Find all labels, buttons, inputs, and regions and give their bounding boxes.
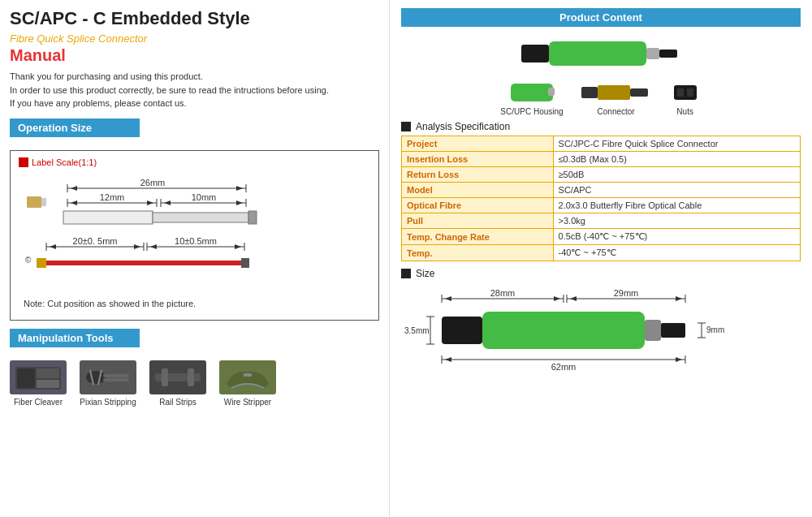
pixian-stripping-icon: [80, 360, 136, 394]
spec-insertion-value: ≤0.3dB (Max 0.5): [553, 152, 800, 167]
black-square-icon: [401, 122, 411, 131]
svg-rect-60: [630, 88, 648, 97]
svg-rect-20: [63, 211, 153, 224]
svg-marker-12: [147, 200, 153, 205]
svg-marker-6: [236, 186, 243, 191]
svg-marker-18: [236, 200, 243, 205]
spec-model-value: SC/APC: [553, 183, 800, 198]
svg-marker-31: [134, 244, 140, 249]
svg-rect-63: [687, 88, 693, 97]
left-panel: SC/APC - C Embedded Style Fibre Quick Sp…: [0, 0, 390, 517]
spec-optical-label: Optical Fibre: [402, 198, 554, 213]
pixian-svg: [84, 362, 132, 393]
intro-text: Thank you for purchasing and using this …: [10, 70, 379, 110]
parts-row: SC/UPC Housing Connector Nuts: [401, 79, 801, 116]
spec-project-label: Project: [402, 136, 554, 152]
red-square-icon: [19, 157, 28, 167]
tools-row: Fiber Cleaver Pixian Stripping: [10, 360, 379, 407]
right-panel: Product Content SC/UPC Housing Connector: [390, 0, 812, 517]
spec-insertion-label: Insertion Loss: [402, 152, 554, 167]
tool-rail-strips: Rail Strips: [149, 360, 206, 407]
spec-temp-value: -40℃ ~ +75℃: [553, 245, 800, 261]
svg-rect-50: [188, 368, 194, 386]
connector-svg: [580, 79, 653, 105]
svg-text:3.5mm: 3.5mm: [404, 326, 430, 335]
svg-marker-72: [554, 296, 560, 301]
operation-size-box: Label Scale(1:1) 26mm 12mm: [10, 150, 379, 321]
svg-rect-40: [17, 368, 35, 388]
svg-marker-11: [71, 200, 77, 205]
size-section: Size 28mm 29mm 3.5mm: [401, 268, 801, 374]
svg-marker-71: [445, 296, 451, 301]
tool-pixian-stripping: Pixian Stripping: [80, 360, 136, 407]
svg-marker-92: [676, 357, 682, 362]
table-row: Pull >3.0kg: [402, 213, 801, 229]
svg-rect-54: [646, 48, 659, 59]
table-row: Temp. Change Rate 0.5cB (-40℃ ~ +75℃): [402, 229, 801, 245]
black-square-size-icon: [401, 269, 411, 278]
bottom-dimension-svg: © 20±0. 5mm 10±0.5mm: [19, 229, 360, 294]
label-scale: Label Scale(1:1): [19, 157, 370, 167]
operation-size-section: Operation Size: [10, 118, 379, 144]
svg-rect-1: [41, 198, 46, 206]
assembled-connector-top: [401, 33, 801, 72]
connector-label: Connector: [598, 107, 635, 116]
top-dimension-svg: 26mm 12mm 10mm: [19, 172, 360, 229]
svg-rect-49: [162, 368, 168, 386]
spec-return-value: ≥50dB: [553, 167, 800, 183]
tool-wire-stripper: Wire Stripper: [219, 360, 276, 407]
table-row: Return Loss ≥50dB: [402, 167, 801, 183]
wire-stripper-icon: [219, 360, 276, 394]
svg-rect-64: [442, 317, 482, 344]
svg-marker-5: [71, 186, 77, 191]
spec-temp-label: Temp.: [402, 245, 554, 261]
table-row: Model SC/APC: [402, 183, 801, 198]
part-connector: Connector: [580, 79, 653, 116]
svg-rect-66: [645, 320, 661, 341]
svg-rect-59: [598, 85, 630, 100]
svg-text:29mm: 29mm: [614, 288, 639, 298]
svg-rect-51: [244, 373, 252, 377]
part-nuts: Nuts: [669, 79, 702, 116]
svg-marker-78: [676, 296, 682, 301]
subtitle-italic: Fibre Quick Splice Connector: [10, 32, 379, 45]
pixian-stripping-label: Pixian Stripping: [80, 398, 136, 407]
svg-rect-56: [511, 84, 553, 101]
svg-text:9mm: 9mm: [706, 325, 724, 334]
tool-fiber-cleaver: Fiber Cleaver: [10, 360, 67, 407]
spec-return-label: Return Loss: [402, 167, 554, 183]
wire-stripper-svg: [223, 362, 272, 393]
svg-rect-26: [241, 258, 249, 268]
product-content-header: Product Content: [401, 8, 801, 27]
part-upc-housing: SC/UPC Housing: [500, 79, 563, 116]
table-row: Temp. -40℃ ~ +75℃: [402, 245, 801, 261]
fiber-cleaver-svg: [14, 362, 63, 393]
table-row: Project SC/JPC-C Fibre Quick Splice Conn…: [402, 136, 801, 152]
spec-pull-value: >3.0kg: [553, 213, 800, 229]
spec-temp-change-value: 0.5cB (-40℃ ~ +75℃): [553, 229, 800, 245]
upc-housing-label: SC/UPC Housing: [500, 107, 563, 116]
analysis-spec-section: Analysis Specification Project SC/JPC-C …: [401, 121, 801, 261]
svg-rect-41: [37, 368, 59, 378]
upc-housing-svg: [508, 79, 556, 105]
svg-marker-36: [150, 244, 157, 249]
spec-pull-label: Pull: [402, 213, 554, 229]
table-row: Optical Fibre 2.0x3.0 Butterfly Fibre Op…: [402, 198, 801, 213]
table-row: Insertion Loss ≤0.3dB (Max 0.5): [402, 152, 801, 167]
spec-optical-value: 2.0x3.0 Butterfly Fibre Optical Cable: [553, 198, 800, 213]
svg-rect-62: [677, 88, 684, 97]
svg-rect-65: [482, 312, 645, 349]
svg-rect-57: [548, 88, 555, 96]
svg-rect-21: [153, 213, 248, 222]
spec-model-label: Model: [402, 183, 554, 198]
spec-temp-change-label: Temp. Change Rate: [402, 229, 554, 245]
svg-rect-58: [581, 87, 598, 98]
wire-stripper-label: Wire Stripper: [224, 398, 271, 407]
svg-text:10mm: 10mm: [192, 192, 217, 202]
fiber-cleaver-label: Fiber Cleaver: [14, 398, 63, 407]
svg-rect-22: [248, 211, 257, 224]
manipulation-tools-header: Manipulation Tools: [10, 329, 140, 347]
svg-rect-52: [521, 45, 549, 62]
rail-strips-label: Rail Strips: [159, 398, 197, 407]
svg-text:10±0.5mm: 10±0.5mm: [175, 236, 217, 246]
